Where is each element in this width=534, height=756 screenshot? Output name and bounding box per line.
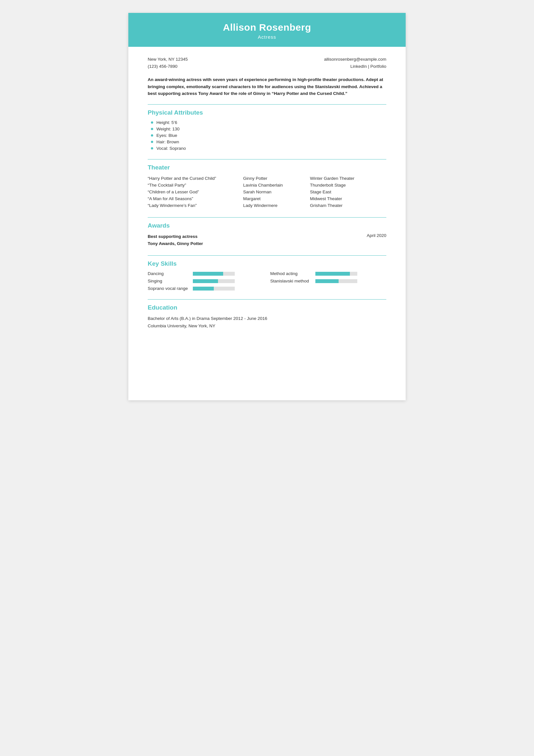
contact-email: allisonrosenberg@example.com bbox=[324, 56, 386, 63]
production-venue: Winter Garden Theater bbox=[310, 175, 386, 182]
skill-bar-bg bbox=[316, 279, 357, 283]
production-venue: Thunderbolt Stage bbox=[310, 182, 386, 189]
bullet-icon bbox=[151, 128, 153, 130]
production-role: Margaret bbox=[243, 195, 310, 202]
production-title: “Harry Potter and the Cursed Child” bbox=[148, 175, 243, 182]
divider-theater bbox=[148, 159, 386, 159]
candidate-name: Allison Rosenberg bbox=[141, 22, 393, 33]
table-row: “Children of a Lesser God” Sarah Norman … bbox=[148, 189, 386, 195]
resume-document: Allison Rosenberg Actress New York, NY 1… bbox=[128, 13, 406, 400]
skill-row: Singing bbox=[148, 279, 264, 284]
skills-left-col: Dancing Singing Soprano vocal range bbox=[148, 271, 264, 291]
skill-label: Stanislavski method bbox=[270, 279, 312, 284]
skill-row: Method acting bbox=[270, 271, 386, 276]
list-item: Hair: Brown bbox=[151, 140, 386, 144]
skill-row: Dancing bbox=[148, 271, 264, 276]
production-role: Ginny Potter bbox=[243, 175, 310, 182]
skill-bar-bg bbox=[193, 272, 235, 276]
divider-awards bbox=[148, 217, 386, 218]
skills-right-col: Method acting Stanislavski method bbox=[270, 271, 386, 291]
section-education: Education Bachelor of Arts (B.A.) in Dra… bbox=[148, 304, 386, 330]
bullet-icon bbox=[151, 141, 153, 143]
skill-bar-fill bbox=[316, 272, 350, 276]
production-venue: Stage East bbox=[310, 189, 386, 195]
list-item: Vocal: Soprano bbox=[151, 146, 386, 151]
award-row: Best supporting actressTony Awards, Ginn… bbox=[148, 233, 386, 247]
contact-phone: (123) 456-7890 bbox=[148, 63, 188, 70]
skill-label: Dancing bbox=[148, 271, 190, 276]
production-role: Lady Windermere bbox=[243, 202, 310, 209]
contact-location: New York, NY 12345 bbox=[148, 56, 188, 63]
bullet-icon bbox=[151, 134, 153, 137]
production-title: “A Man for All Seasons” bbox=[148, 195, 243, 202]
section-awards: Awards Best supporting actressTony Award… bbox=[148, 222, 386, 247]
skill-label: Method acting bbox=[270, 271, 312, 276]
education-degree: Bachelor of Arts (B.A.) in Drama Septemb… bbox=[148, 315, 386, 330]
skill-row: Stanislavski method bbox=[270, 279, 386, 284]
bullet-icon bbox=[151, 147, 153, 149]
divider-education bbox=[148, 299, 386, 300]
divider-skills bbox=[148, 255, 386, 256]
summary-text: An award-winning actress with seven year… bbox=[148, 76, 386, 97]
skill-bar-fill bbox=[193, 287, 214, 290]
section-title-theater: Theater bbox=[148, 164, 386, 171]
skill-row: Soprano vocal range bbox=[148, 286, 264, 291]
contact-right: allisonrosenberg@example.com LinkedIn | … bbox=[324, 56, 386, 70]
skill-bar-bg bbox=[316, 272, 357, 276]
table-row: “Lady Windermere’s Fan” Lady Windermere … bbox=[148, 202, 386, 209]
candidate-title: Actress bbox=[141, 34, 393, 40]
skill-bar-fill bbox=[193, 279, 218, 283]
table-row: “A Man for All Seasons” Margaret Midwest… bbox=[148, 195, 386, 202]
section-title-physical: Physical Attributes bbox=[148, 109, 386, 116]
theater-table: “Harry Potter and the Cursed Child” Ginn… bbox=[148, 175, 386, 209]
production-title: “The Cocktail Party” bbox=[148, 182, 243, 189]
list-item: Eyes: Blue bbox=[151, 133, 386, 138]
section-title-skills: Key Skills bbox=[148, 260, 386, 267]
list-item: Height: 5’6 bbox=[151, 120, 386, 125]
production-title: “Lady Windermere’s Fan” bbox=[148, 202, 243, 209]
section-title-awards: Awards bbox=[148, 222, 386, 229]
section-theater: Theater “Harry Potter and the Cursed Chi… bbox=[148, 164, 386, 209]
skill-bar-bg bbox=[193, 279, 235, 283]
contact-info: New York, NY 12345 (123) 456-7890 alliso… bbox=[148, 56, 386, 70]
production-title: “Children of a Lesser God” bbox=[148, 189, 243, 195]
production-venue: Midwest Theater bbox=[310, 195, 386, 202]
skill-label: Soprano vocal range bbox=[148, 286, 190, 291]
award-date: April 2020 bbox=[367, 233, 386, 238]
skills-grid: Dancing Singing Soprano vocal range Meth… bbox=[148, 271, 386, 291]
section-physical-attributes: Physical Attributes Height: 5’6 Weight: … bbox=[148, 109, 386, 151]
resume-body: New York, NY 12345 (123) 456-7890 alliso… bbox=[128, 47, 406, 351]
resume-header: Allison Rosenberg Actress bbox=[128, 13, 406, 47]
table-row: “The Cocktail Party” Lavinia Chamberlain… bbox=[148, 182, 386, 189]
production-role: Sarah Norman bbox=[243, 189, 310, 195]
bullet-icon bbox=[151, 122, 153, 123]
divider-physical bbox=[148, 104, 386, 105]
skill-bar-bg bbox=[193, 287, 235, 290]
production-venue: Grisham Theater bbox=[310, 202, 386, 209]
table-row: “Harry Potter and the Cursed Child” Ginn… bbox=[148, 175, 386, 182]
contact-left: New York, NY 12345 (123) 456-7890 bbox=[148, 56, 188, 70]
skill-label: Singing bbox=[148, 279, 190, 284]
contact-links: LinkedIn | Portfolio bbox=[324, 63, 386, 70]
list-item: Weight: 130 bbox=[151, 126, 386, 131]
section-key-skills: Key Skills Dancing Singing Soprano vocal… bbox=[148, 260, 386, 291]
skill-bar-fill bbox=[193, 272, 223, 276]
production-role: Lavinia Chamberlain bbox=[243, 182, 310, 189]
award-name: Best supporting actressTony Awards, Ginn… bbox=[148, 233, 203, 247]
skill-bar-fill bbox=[316, 279, 339, 283]
section-title-education: Education bbox=[148, 304, 386, 311]
physical-attr-list: Height: 5’6 Weight: 130 Eyes: Blue Hair:… bbox=[151, 120, 386, 151]
